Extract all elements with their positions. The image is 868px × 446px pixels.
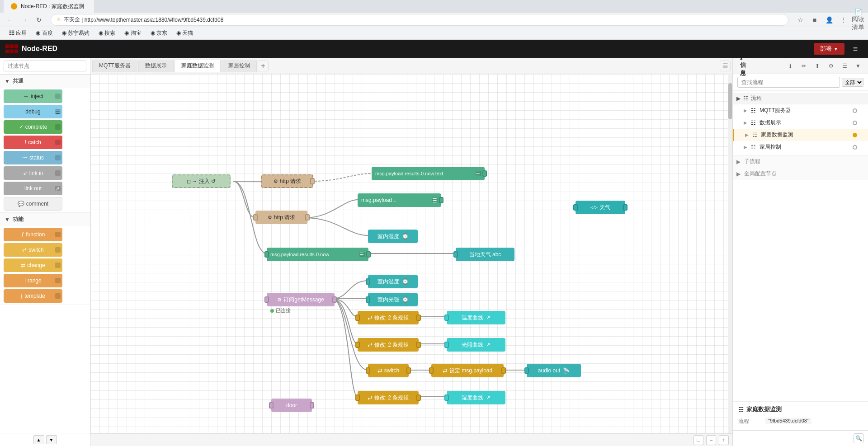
- canvas-scrollbar-vertical[interactable]: [728, 74, 732, 433]
- palette-search-input[interactable]: [4, 61, 86, 71]
- bookmark-search[interactable]: ◉ 搜索: [95, 28, 119, 38]
- tab-home-control[interactable]: 家居控制: [222, 60, 257, 72]
- flow-data-status: [853, 121, 857, 125]
- right-tab-export[interactable]: ⬆: [811, 60, 824, 72]
- canvas-fit-button[interactable]: □: [693, 435, 703, 445]
- node-complete[interactable]: ✓ complete: [4, 120, 62, 134]
- canvas-zoom-out-button[interactable]: −: [706, 435, 716, 445]
- right-tab-edit[interactable]: ✏: [797, 60, 810, 72]
- right-tab-info[interactable]: ℹ: [784, 60, 797, 72]
- node-debug[interactable]: debug ☰: [4, 105, 62, 118]
- canvas-node-http-req-2[interactable]: ⚙ http 请求: [255, 211, 307, 224]
- bookmark-jd[interactable]: ◉ 京东: [147, 28, 171, 38]
- right-panel-search-icon-btn[interactable]: 🔍: [854, 433, 863, 443]
- node-comment[interactable]: 💬 comment: [4, 197, 62, 211]
- canvas-node-mqtt-sub[interactable]: ⚙ 订阅getMessage: [267, 293, 335, 306]
- flow-item-data[interactable]: ▶ ☷ 数据展示: [733, 117, 868, 129]
- canvas-node-change3[interactable]: ⇄ 修改: 2 条规矩: [358, 391, 419, 404]
- reload-button[interactable]: ↻: [33, 14, 45, 26]
- add-flow-tab-button[interactable]: +: [258, 61, 269, 71]
- canvas-node-payload-text[interactable]: msg.payload.results.0.now.text ☰: [372, 167, 485, 180]
- canvas-node-indoor-temp[interactable]: 室内温度 ⌚: [368, 275, 418, 288]
- port-left: [444, 342, 449, 348]
- address-bar[interactable]: ⚠ 不安全 | http://www.topthemaster.asia:188…: [51, 14, 788, 26]
- active-tab[interactable]: Node-RED : 家庭数据监测: [4, 0, 94, 13]
- canvas-node-switch[interactable]: ⇄ switch: [368, 364, 409, 377]
- reading-list-btn[interactable]: 📄 阅读清单: [852, 14, 864, 26]
- node-status[interactable]: 〜 status: [4, 151, 62, 164]
- palette-scroll-down[interactable]: ▼: [46, 435, 57, 444]
- canvas-node-inject[interactable]: ◻ → 注入 ↺: [172, 174, 231, 188]
- canvas-scrollbar-thumb[interactable]: [728, 83, 732, 119]
- node-catch[interactable]: ! catch: [4, 136, 62, 149]
- bookmark-taobao[interactable]: ◉ 淘宝: [121, 28, 145, 38]
- right-tab-list[interactable]: ☰: [838, 60, 851, 72]
- tab-mqtt[interactable]: MQTT服务器: [92, 60, 137, 72]
- subflows-label: 子流程: [744, 158, 760, 165]
- canvas-node-humidity-chart[interactable]: 湿度曲线 ↗: [447, 391, 505, 404]
- flow-tabs-menu-button[interactable]: ☰: [720, 61, 731, 71]
- canvas-node-audio-out[interactable]: audio out 📡: [527, 364, 581, 377]
- flows-section-header[interactable]: ▶ ☷ 流程: [733, 93, 868, 104]
- palette-scroll-up[interactable]: ▲: [33, 435, 44, 444]
- canvas-node-msg-payload[interactable]: msg.payload ↓ ☰: [358, 193, 441, 207]
- canvas-node-light-chart[interactable]: 光照曲线 ↗: [447, 338, 505, 352]
- tab-data[interactable]: 数据展示: [138, 60, 174, 72]
- canvas-node-indoor-humidity[interactable]: 室内湿度 ⌚: [368, 230, 418, 243]
- flow-item-home-control[interactable]: ▶ ☷ 家居控制: [733, 141, 868, 153]
- bookmark-suning[interactable]: ◉ 苏宁易购: [58, 28, 93, 38]
- forward-button[interactable]: →: [18, 14, 31, 26]
- category-common-label: 共通: [13, 77, 24, 85]
- canvas-node-payload-results-now[interactable]: msg.payload.results.0.now ☰: [267, 248, 368, 261]
- payload-results-now-label: msg.payload.results.0.now: [270, 252, 329, 257]
- tab-home-monitor[interactable]: 家庭数据监测: [175, 60, 221, 72]
- node-change[interactable]: ⇄ change: [4, 258, 62, 272]
- canvas-node-weather-code[interactable]: </> 天气: [576, 201, 625, 214]
- category-common-header[interactable]: ▼ 共通: [0, 75, 90, 88]
- menu-icon[interactable]: ⋮: [837, 14, 850, 26]
- bookmark-tmall[interactable]: ◉ 天猫: [173, 28, 197, 38]
- node-inject[interactable]: → inject: [4, 89, 62, 103]
- node-function-handle: [55, 232, 61, 237]
- canvas-wires: [90, 74, 732, 433]
- bookmark-apps[interactable]: ☷ 应用: [5, 28, 30, 38]
- topbar-menu-button[interactable]: ≡: [848, 42, 863, 56]
- node-function[interactable]: ƒ function: [4, 228, 62, 241]
- canvas-node-set-payload[interactable]: ⇄ 设定 msg.payload: [431, 364, 504, 377]
- flow-canvas[interactable]: ◻ → 注入 ↺ ⚙ http 请求 msg.payload.results.0…: [90, 74, 732, 433]
- flow-item-home-monitor[interactable]: ▶ ☷ 家庭数据监测: [733, 129, 868, 141]
- canvas-node-change2[interactable]: ⇄ 修改: 2 条规矩: [358, 338, 419, 352]
- global-config-header[interactable]: ▶ 全局配置节点: [733, 168, 868, 180]
- set-payload-label: 设定 msg.payload: [449, 367, 492, 375]
- canvas-node-door[interactable]: door: [271, 399, 312, 412]
- star-icon[interactable]: ☆: [794, 14, 807, 26]
- canvas-node-http-req-top[interactable]: ⚙ http 请求: [261, 174, 313, 188]
- canvas-zoom-in-button[interactable]: +: [719, 435, 729, 445]
- node-link-out[interactable]: link out ↗: [4, 182, 62, 195]
- svg-rect-1: [10, 44, 14, 48]
- flow-search-input[interactable]: [737, 77, 840, 88]
- canvas-node-indoor-light[interactable]: 室内光强 ⌚: [368, 293, 418, 306]
- flow-item-expand-icon: ▶: [744, 108, 747, 113]
- extension-icon[interactable]: ■: [808, 14, 821, 26]
- canvas-node-change1[interactable]: ⇄ 修改: 2 条规矩: [358, 311, 419, 324]
- node-template[interactable]: { template: [4, 289, 62, 303]
- right-tab-settings[interactable]: ⚙: [825, 60, 837, 72]
- canvas-node-local-weather[interactable]: 当地天气 abc: [456, 248, 514, 261]
- canvas-node-temp-chart[interactable]: 温度曲线 ↗: [447, 311, 505, 324]
- category-function-header[interactable]: ▼ 功能: [0, 213, 90, 226]
- flow-item-mqtt[interactable]: ▶ ☷ MQTT服务器: [733, 104, 868, 117]
- deploy-button[interactable]: 部署 ▼: [814, 43, 844, 55]
- node-debug-handle: ☰: [55, 109, 61, 114]
- node-link-in[interactable]: ↙ link in: [4, 166, 62, 180]
- node-switch[interactable]: ⇄ switch: [4, 243, 62, 257]
- back-button[interactable]: ←: [4, 14, 16, 26]
- bookmark-baidu[interactable]: ◉ 百度: [32, 28, 56, 38]
- port-left: [366, 367, 370, 374]
- node-range[interactable]: i range: [4, 274, 62, 287]
- flow-label-key: 流程: [738, 418, 765, 425]
- right-tab-dropdown[interactable]: ▼: [852, 60, 864, 72]
- flow-search-dropdown[interactable]: 全部: [842, 78, 863, 87]
- account-icon[interactable]: 👤: [823, 14, 835, 26]
- subflows-header[interactable]: ▶ 子流程: [733, 155, 868, 168]
